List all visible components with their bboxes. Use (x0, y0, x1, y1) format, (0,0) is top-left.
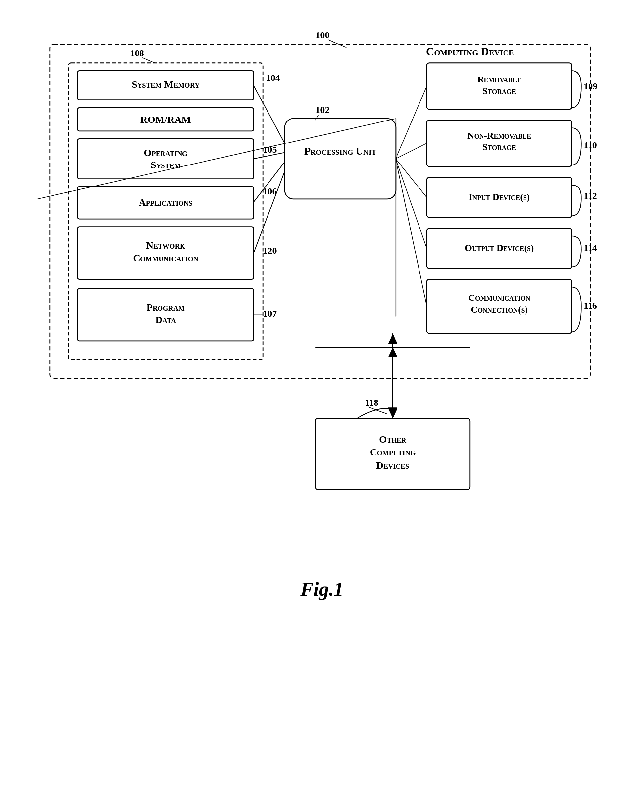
svg-line-17 (254, 162, 285, 202)
svg-line-23 (396, 159, 427, 249)
svg-line-22 (396, 159, 427, 198)
svg-rect-13 (427, 279, 572, 334)
svg-text:Communication: Communication (468, 293, 530, 303)
svg-marker-33 (388, 409, 397, 418)
svg-rect-2 (78, 70, 253, 100)
svg-text:Network: Network (146, 240, 185, 251)
svg-text:System: System (151, 159, 181, 170)
svg-line-64 (315, 115, 318, 120)
svg-text:Storage: Storage (483, 142, 516, 152)
svg-text:116: 116 (584, 301, 597, 311)
svg-rect-0 (50, 44, 591, 378)
svg-text:Connection(s): Connection(s) (471, 304, 528, 314)
svg-rect-1 (68, 63, 263, 360)
svg-text:110: 110 (584, 140, 597, 150)
svg-rect-5 (78, 186, 253, 219)
svg-rect-6 (78, 227, 253, 279)
svg-text:106: 106 (263, 186, 277, 196)
svg-text:Computing Device: Computing Device (426, 45, 514, 58)
svg-text:114: 114 (584, 243, 597, 253)
svg-text:105: 105 (263, 145, 277, 155)
svg-rect-12 (427, 228, 572, 268)
svg-line-59 (328, 40, 346, 47)
svg-text:108: 108 (130, 48, 144, 58)
svg-text:Applications: Applications (139, 197, 193, 208)
svg-marker-28 (388, 333, 397, 344)
svg-text:Communication: Communication (133, 252, 198, 264)
svg-text:120: 120 (263, 246, 277, 256)
svg-text:Processing Unit: Processing Unit (304, 145, 376, 157)
svg-text:100: 100 (315, 30, 329, 40)
svg-text:Storage: Storage (483, 86, 516, 96)
svg-text:Program: Program (147, 302, 185, 313)
svg-rect-7 (78, 288, 253, 341)
svg-line-15 (254, 85, 285, 143)
svg-text:Operating: Operating (144, 147, 187, 158)
svg-text:118: 118 (365, 397, 378, 408)
svg-text:112: 112 (584, 191, 597, 201)
svg-line-61 (142, 58, 155, 63)
svg-text:Removable: Removable (477, 74, 521, 84)
svg-line-16 (254, 153, 285, 159)
svg-rect-9 (427, 63, 572, 109)
svg-marker-32 (388, 347, 397, 357)
svg-marker-29 (388, 408, 397, 418)
svg-text:ROM/RAM: ROM/RAM (140, 114, 191, 125)
svg-text:Input Device(s): Input Device(s) (469, 192, 530, 202)
svg-rect-8 (285, 119, 396, 199)
svg-text:Non-Removable: Non-Removable (467, 130, 531, 140)
svg-rect-10 (427, 120, 572, 166)
svg-line-18 (254, 171, 285, 253)
svg-text:Devices: Devices (376, 460, 409, 471)
svg-rect-4 (78, 139, 253, 179)
svg-text:Data: Data (155, 314, 176, 325)
svg-rect-14 (315, 418, 470, 489)
svg-line-20 (396, 86, 427, 159)
svg-line-24 (396, 159, 427, 306)
svg-rect-11 (427, 177, 572, 217)
svg-text:Computing: Computing (370, 447, 416, 458)
figure-caption: Fig.1 (0, 578, 644, 601)
svg-text:Output Device(s): Output Device(s) (465, 243, 534, 253)
svg-text:System Memory: System Memory (132, 79, 199, 90)
svg-text:Other: Other (379, 434, 406, 445)
svg-line-21 (396, 143, 427, 159)
svg-line-25 (37, 119, 396, 199)
svg-text:104: 104 (266, 73, 280, 83)
svg-text:102: 102 (315, 105, 329, 115)
svg-rect-3 (78, 108, 253, 131)
svg-text:107: 107 (263, 308, 277, 319)
svg-text:109: 109 (584, 81, 597, 91)
